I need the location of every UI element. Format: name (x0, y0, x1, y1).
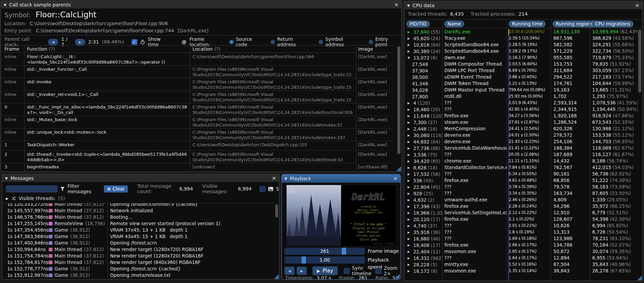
cpu-row[interactable]: ▶ 17,396 (43) firefox.exe 2.28 s (0.24%)… (404, 203, 638, 210)
cpu-row[interactable]: ▶ 8,628 (18) StandardCollector.Service.e… (404, 164, 638, 171)
cpu-row[interactable]: ▶ 10,816 (64) ScriptedSandbox64.exe 1:28… (404, 41, 638, 48)
callstack-row[interactable]: inline std::invoke C:\Program Files (x86… (1, 78, 394, 91)
cpu-row[interactable]: ▶ 20,120 (17) firefox.exe 2.1 s (0.22%) … (404, 216, 638, 222)
collapse-icon[interactable]: ▼ (4, 3, 6, 7)
message-row[interactable]: 1s 146,576,766ns Main thread (37,812) Bo… (2, 214, 274, 220)
message-row[interactable]: 1s 151,754,784ns Main thread (37,812) Ne… (2, 253, 274, 259)
cpu-row[interactable]: 41,348 DWM Token Thread 1.21 s (0.13%) 1… (404, 80, 638, 87)
column-header-pill[interactable]: PID/TID (407, 21, 430, 27)
cpu-row[interactable]: ▶ 37,840 (55) DarkRL.exe 33:30.8 (208.96… (404, 29, 638, 35)
message-row[interactable]: 1s 152,776,777ns Game (36,912) Opening /… (2, 266, 274, 272)
cpu-row[interactable]: ▶ 18,968 (1,018) ServiceHub.SettingsHost… (404, 210, 638, 216)
cpu-row[interactable]: 27,800 ntdll.dll 25.93 ms (0.00%) 1,702 … (404, 93, 638, 100)
expand-icon[interactable]: ▶ (408, 126, 412, 132)
cpu-row[interactable]: ▶ 28,228 (5) mintty.exe 1.52 s (0.16%) 8… (404, 261, 638, 268)
expand-icon[interactable]: ▶ (408, 184, 412, 190)
expand-icon[interactable]: ▶ (408, 100, 412, 106)
col-image[interactable]: Image (356, 46, 394, 52)
message-row[interactable]: 1s 152,764,817ns Main thread (37,812) Ne… (2, 259, 274, 266)
cpu-row[interactable]: ▼ 13,072 (6) dwm.exe 1:16.1 (7.90%) 955,… (404, 54, 638, 61)
sync-timeline-checkbox[interactable] (344, 268, 350, 274)
callstack-row[interactable]: 1 TaskDispatch::Worker C:\Users\wolf\Des… (1, 141, 394, 151)
close-icon[interactable]: × (393, 176, 398, 181)
callstack-row[interactable]: inline std::_Invoker_ret<void,1>::_Call … (1, 91, 394, 103)
cpu-row[interactable]: ▶ 11,648 (120) firefox.exe 34.27 s (3.56… (404, 113, 638, 119)
show-images-checkbox[interactable] (260, 186, 265, 192)
radio-icon[interactable] (271, 40, 275, 44)
callstack-row[interactable]: inline std::_Invoker_functor::_Call C:\P… (1, 66, 394, 78)
cpu-row[interactable]: ▶ 17,532 (56) ??? 5.34 s (0.55%) 90,181 … (404, 171, 638, 177)
cpu-row[interactable]: ▶ 30,380 (24) ScriptedSandbox64.exe 1:28… (404, 48, 638, 54)
cpu-row[interactable]: 37,904 DWM LPC Port Thread 6.69 s (0.70%… (404, 67, 638, 74)
column-header-pill[interactable]: CPU migrations (592, 21, 633, 27)
message-row[interactable]: 1s 153,116,37ns Game (36,912) Intro menu… (2, 279, 274, 279)
expand-icon[interactable]: ▼ (408, 55, 412, 61)
next-frame-button[interactable]: ▶ (75, 39, 85, 45)
expand-icon[interactable]: ▶ (408, 113, 412, 119)
callstack-row[interactable]: 2 std::thread::_Invoke<std::tuple<<lambd… (1, 151, 394, 163)
visible-threads-row[interactable]: ▶ Visible threads: (5) (6, 196, 65, 201)
collapse-icon[interactable]: ▼ (285, 177, 287, 181)
cpu-row[interactable] (404, 274, 638, 281)
cpu-row[interactable]: ▶ 2,448 (18) MemCompression 24.41 s (2.5… (404, 126, 638, 132)
radio-icon[interactable] (319, 40, 323, 44)
expand-icon[interactable]: ▶ (6, 197, 9, 200)
expand-icon[interactable]: ▶ (408, 132, 412, 139)
cpu-row[interactable]: ▶ 18,460 (20) ??? 42.85 s (4.45%) 2,344,… (404, 106, 638, 113)
message-filter-input[interactable] (6, 185, 58, 193)
cpu-row[interactable]: ▶ 22,804 (45) ??? 3.78 s (0.39%) 79,578 … (404, 184, 638, 190)
expand-icon[interactable]: ▶ (408, 152, 412, 158)
message-row[interactable]: 1s 147,383,566ns Game (36,912) VRAM 43x4… (2, 233, 274, 240)
cpu-row[interactable]: ▶ 45,620 (24) Tracy.exe 1:39.5 (10.34%) … (404, 35, 638, 41)
message-row[interactable]: 1s 150,994,64ns Main thread (37,812) New… (2, 246, 274, 253)
close-icon[interactable]: × (635, 3, 640, 8)
cpu-row[interactable]: ▶ 928 (25) ??? 3.34 s (0.35%) 163,734 87… (404, 190, 638, 197)
expand-icon[interactable]: ▶ (408, 190, 412, 197)
expand-icon[interactable]: ▶ (408, 216, 412, 223)
cpu-row[interactable]: ▶ 536 (49) firefox.exe 4.61 s (0.48%) 68… (404, 177, 638, 184)
show-time-checkbox[interactable]: ✓ (132, 39, 137, 45)
cpu-row[interactable]: ▶ 18,408 (17) firefox.exe 1.66 s (0.17%)… (404, 242, 638, 248)
expand-icon[interactable]: ▶ (408, 35, 412, 42)
cpu-row[interactable]: ▶ 16,332 (982) ??? 1.64 s (0.17%) 12,894… (404, 255, 638, 261)
cpu-row[interactable]: ▶ 27,736 (88) ServiceHub.DataWarehouse 2… (404, 145, 638, 151)
cpu-row[interactable]: 27,548 DWM Compositor Thread 1:03.5 (6.6… (404, 61, 638, 67)
radio-icon[interactable] (369, 40, 373, 44)
cpu-row[interactable]: ▶ 3,536 (75) ??? 20.05 s (2.08%) 187,689… (404, 151, 638, 158)
cpu-row[interactable]: ▶ 4 (120) ??? 1:01.9 (6.43%) 2,593,314 1… (404, 100, 638, 106)
clear-button[interactable]: ⊗ Clear (104, 185, 128, 193)
message-row[interactable]: 1s 120,333,272ns Main thread (37,812) Op… (2, 203, 274, 207)
resize-grip[interactable] (395, 274, 400, 279)
message-row[interactable]: 1s 145,557,997ns Main thread (37,812) Ne… (2, 207, 274, 214)
callstack-row[interactable]: 3 beginthreadex [unknown] [ucrtbase.dll] (1, 163, 394, 172)
expand-icon[interactable]: ▶ (408, 42, 412, 48)
cpu-row[interactable]: ▶ 18,172 (8) msvsmon.exe 1.35 s (0.14%) … (404, 268, 638, 274)
expand-icon[interactable]: ▶ (408, 203, 412, 210)
step-forward-button[interactable]: ▶ (297, 267, 307, 275)
cpu-row[interactable]: ▶ 44,692 (84) devenv.exe 21.43 s (2.23%)… (404, 138, 638, 145)
expand-icon[interactable]: ▶ (408, 48, 412, 55)
cpu-row[interactable]: ▶ 4,740 (37) ??? 2.01 s (0.21%) 10,626 6… (404, 222, 638, 229)
playback-speed-slider[interactable]: 1.00 (285, 256, 365, 264)
expand-icon[interactable]: ▶ (408, 145, 412, 152)
callstack-row[interactable]: 0 std::_Func_impl_no_alloc<<lambda_5bc22… (1, 103, 394, 116)
zoom-2x-checkbox[interactable] (375, 268, 381, 274)
expand-icon[interactable]: ▶ (408, 210, 412, 216)
message-row[interactable]: 1s 147,255,145ns RemoteView (18,796) Rem… (2, 220, 274, 227)
message-row[interactable]: 1s 147,354,456ns Game (36,912) VRAM 37x4… (2, 227, 274, 233)
expand-icon[interactable]: ▶ (408, 268, 412, 274)
close-icon[interactable]: × (272, 176, 276, 181)
cpu-row[interactable]: ▶ 34,420 (65) chrome.exe 11.11 s (1.15%)… (404, 158, 638, 164)
playback-titlebar[interactable]: ▼ Playback × (282, 174, 400, 183)
resize-grip[interactable] (274, 274, 279, 279)
expand-icon[interactable]: ▶ (408, 158, 412, 165)
callstack-row[interactable]: inline std::unique_lock<std::mutex>::loc… (1, 129, 394, 141)
expand-icon[interactable]: ▶ (408, 29, 412, 35)
expand-icon[interactable]: ▶ (408, 223, 412, 229)
play-button[interactable]: ▶ Play (312, 266, 338, 275)
cpu-row[interactable]: ▶ 30,060 (116) devenv.exe 24.01 s (2.50%… (404, 132, 638, 138)
radio-icon[interactable] (229, 40, 234, 44)
column-header-pill[interactable]: Running time (509, 21, 546, 27)
expand-icon[interactable]: ▶ (408, 262, 412, 268)
expand-icon[interactable]: ▶ (408, 229, 412, 236)
